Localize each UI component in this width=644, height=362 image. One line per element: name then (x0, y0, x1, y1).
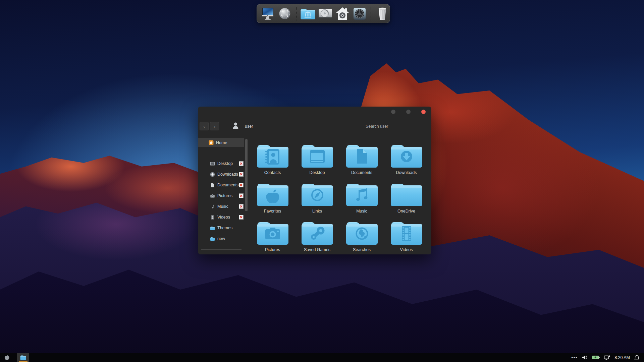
folder-item-videos[interactable]: Videos (384, 220, 429, 258)
system-tray: ••• (572, 355, 639, 360)
maximize-button[interactable] (406, 110, 411, 114)
folder-icon (256, 142, 289, 169)
broken-eject-icon[interactable]: ✕ (239, 183, 244, 187)
window-emblem-icon (310, 150, 325, 163)
broken-eject-icon[interactable]: ✕ (239, 161, 244, 166)
sidebar-item-label: new (217, 236, 225, 241)
folder-icon (301, 220, 334, 246)
folder-item-desktop[interactable]: Desktop (295, 142, 339, 181)
folder-label: Downloads (396, 170, 417, 175)
folder-icon (210, 226, 215, 231)
sidebar-item-label: Themes (217, 226, 232, 230)
folder-label: Saved Games (304, 247, 330, 252)
network-icon[interactable] (604, 355, 610, 360)
back-button[interactable]: ‹ (200, 122, 209, 130)
forward-button[interactable]: › (210, 122, 219, 130)
location-path[interactable]: user (245, 124, 253, 129)
minimize-button[interactable] (391, 110, 395, 114)
dock-item-home[interactable] (335, 6, 350, 21)
home-vault-icon (335, 6, 350, 21)
film-icon (210, 215, 215, 220)
sidebar-item-label: Desktop (217, 161, 233, 166)
x-glyph: ✕ (239, 183, 243, 187)
x-glyph: ✕ (239, 162, 243, 166)
apple-logo-icon (4, 355, 10, 360)
folder-item-links[interactable]: Links (295, 181, 339, 220)
dock-item-computer[interactable] (260, 6, 275, 21)
sidebar-item-label: Home (216, 140, 227, 145)
battery-icon[interactable] (592, 355, 600, 360)
x-glyph: ✕ (239, 216, 243, 219)
start-button[interactable] (4, 355, 10, 360)
broken-eject-icon[interactable]: ✕ (239, 215, 244, 220)
folder-item-contacts[interactable]: Contacts (250, 142, 295, 181)
chevron-right-icon: › (214, 124, 215, 129)
folder-item-onedrive[interactable]: OneDrive (384, 181, 429, 220)
notifications-bell-icon[interactable] (634, 355, 639, 360)
camera-icon (210, 193, 215, 198)
sidebar-item-videos[interactable]: Videos ✕ (198, 212, 244, 223)
folder-label: Videos (400, 247, 413, 252)
sidebar-scrollbar[interactable] (245, 139, 248, 211)
dock-item-system-preferences[interactable] (352, 6, 367, 21)
sidebar-item-label: Pictures (217, 193, 232, 198)
sidebar-item-desktop[interactable]: Desktop ✕ (198, 158, 244, 169)
folder-item-pictures[interactable]: Pictures (250, 220, 295, 258)
sidebar-item-home[interactable]: Home (198, 138, 244, 147)
sidebar-separator (201, 153, 241, 153)
sidebar-item-documents[interactable]: Documents ✕ (198, 180, 244, 190)
music-note-icon (210, 204, 215, 209)
home-icon (209, 140, 214, 145)
sidebar-item-label: Music (217, 204, 228, 209)
film-strip-emblem-icon (402, 226, 411, 241)
sidebar-item-music[interactable]: Music ✕ (198, 201, 244, 212)
imac-icon (260, 6, 275, 21)
file-manager-window: ‹ › user Search user Home (198, 107, 431, 254)
sidebar-item-new[interactable]: new (198, 233, 244, 244)
dock-item-trash[interactable] (375, 6, 390, 21)
document-icon (210, 183, 215, 188)
folder-icon (256, 220, 289, 246)
chevron-left-icon: ‹ (203, 124, 205, 129)
sidebar: Home Desktop ✕ (198, 137, 245, 254)
folder-item-documents[interactable]: Documents (339, 142, 384, 181)
trash-icon (375, 6, 390, 21)
folder-icon (210, 236, 215, 241)
folder-item-music[interactable]: Music (339, 181, 384, 220)
tray-overflow-icon[interactable]: ••• (572, 355, 578, 360)
sidebar-item-label: Downloads (217, 172, 238, 177)
volume-icon[interactable] (582, 355, 588, 360)
folder-label: Desktop (310, 170, 325, 175)
broken-eject-icon[interactable]: ✕ (239, 172, 244, 177)
sidebar-item-pictures[interactable]: Pictures ✕ (198, 190, 244, 201)
folder-label: Links (312, 209, 322, 214)
folder-icon (256, 181, 289, 207)
folder-item-searches[interactable]: Searches (339, 220, 384, 258)
folder-label: Documents (351, 170, 372, 175)
folder-item-favorites[interactable]: Favorites (250, 181, 295, 220)
dock-item-hard-drive[interactable] (318, 6, 333, 21)
broken-eject-icon[interactable]: ✕ (239, 193, 244, 198)
sidebar-item-label: Documents (217, 183, 238, 187)
desktop-icon (210, 161, 215, 166)
folder-item-downloads[interactable]: Downloads (384, 142, 429, 181)
folder-icon (301, 142, 334, 169)
search-input[interactable]: Search user (366, 124, 388, 129)
sidebar-item-downloads[interactable]: Downloads ✕ (198, 169, 244, 180)
broken-eject-icon[interactable]: ✕ (239, 204, 244, 209)
dock-item-library-folder[interactable] (300, 6, 316, 21)
sidebar-item-label: Videos (217, 215, 230, 220)
taskbar-file-explorer[interactable] (17, 353, 29, 362)
folder-icon (345, 220, 379, 246)
folder-item-saved-games[interactable]: Saved Games (295, 220, 339, 258)
sidebar-separator (201, 249, 241, 250)
sidebar-item-themes[interactable]: Themes (198, 223, 244, 233)
folder-icon (345, 181, 379, 207)
folder-icon (390, 220, 423, 246)
dock-separator (296, 7, 297, 20)
desktop: ‹ › user Search user Home (0, 0, 644, 362)
user-icon (233, 122, 238, 131)
clock[interactable]: 8:20 AM (614, 355, 630, 360)
dock-item-network[interactable] (277, 6, 292, 21)
close-button[interactable] (421, 110, 426, 114)
